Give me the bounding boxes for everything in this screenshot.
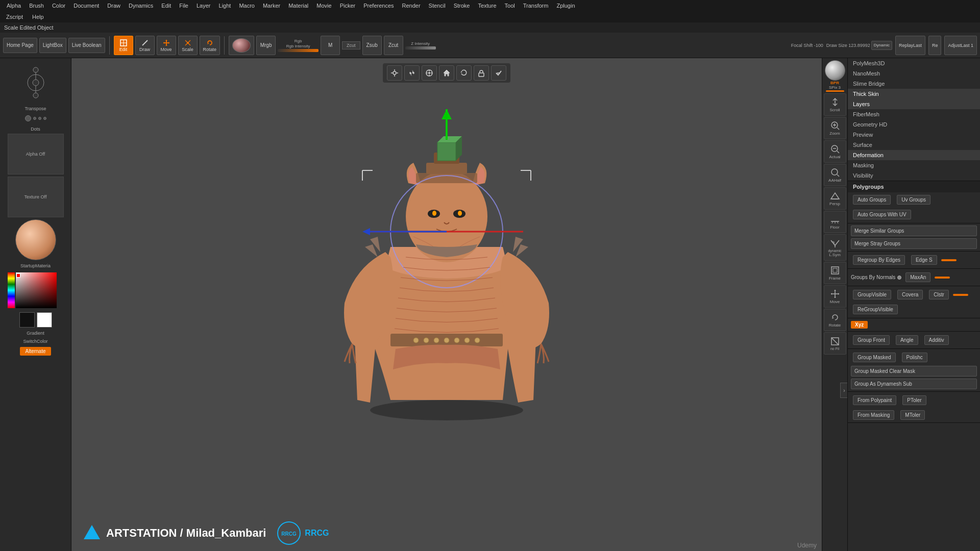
angle-btn[interactable]: Angle [896, 335, 918, 345]
polishc-btn[interactable]: Polishc [902, 353, 927, 362]
menu-document[interactable]: Document [70, 2, 103, 10]
color-picker[interactable] [8, 272, 64, 308]
btn-replay-last[interactable]: ReplayLast [895, 36, 925, 55]
rotate-icon-btn[interactable]: Rotate [824, 309, 846, 331]
menu-stencil[interactable]: Stencil [425, 2, 449, 10]
menu-movie[interactable]: Movie [313, 2, 335, 10]
btn-zsub[interactable]: Zsub [362, 36, 382, 55]
merge-stray-groups-btn[interactable]: Merge Stray Groups [851, 238, 977, 249]
visibility-item[interactable]: Visibility [848, 170, 980, 181]
menu-edit[interactable]: Edit [158, 2, 175, 10]
alpha-off-swatch[interactable]: Alpha Off [8, 134, 64, 174]
btn-adjust-last[interactable]: AdjustLast 1 [944, 36, 977, 55]
tab-lightbox[interactable]: LightBox [39, 38, 66, 53]
menu-brush[interactable]: Brush [26, 2, 47, 10]
xyz-btn[interactable]: Xyz [851, 321, 868, 329]
mtoler-btn[interactable]: MToler [900, 410, 925, 420]
canvas-check-btn[interactable] [491, 65, 506, 81]
regroup-by-edges-btn[interactable]: Regroup By Edges [853, 255, 905, 265]
uv-groups-btn[interactable]: Uv Groups [897, 195, 930, 205]
auto-groups-btn[interactable]: Auto Groups [853, 195, 891, 205]
tool-draw[interactable]: Draw [135, 36, 155, 55]
nanomesh-item[interactable]: NanoMesh [848, 68, 980, 79]
menu-picker[interactable]: Picker [336, 2, 359, 10]
menu-transform[interactable]: Transform [520, 2, 552, 10]
regroup-visible-btn[interactable]: ReGroupVisible [853, 305, 898, 314]
group-as-dynamesh-sub-btn[interactable]: Group As Dynamesh Sub [851, 379, 977, 389]
swatch-white[interactable] [37, 312, 52, 328]
menu-light[interactable]: Light [215, 2, 235, 10]
menu-zplugin[interactable]: Zplugin [553, 2, 578, 10]
from-masking-btn[interactable]: From Masking [853, 410, 894, 420]
btn-m[interactable]: M [321, 36, 340, 55]
ptoler-btn[interactable]: PToler [902, 395, 926, 405]
canvas-home-btn[interactable] [439, 65, 454, 81]
menu-alpha[interactable]: Alpha [3, 2, 24, 10]
deformation-item[interactable]: Deformation [848, 150, 980, 160]
menu-stroke[interactable]: Stroke [450, 2, 474, 10]
move-icon-btn[interactable]: Move [824, 285, 846, 308]
group-front-btn[interactable]: Group Front [853, 335, 890, 345]
tool-move[interactable]: Move [157, 36, 176, 55]
menu-preferences[interactable]: Preferences [360, 2, 397, 10]
texture-off-swatch[interactable]: Texture Off [8, 177, 64, 217]
material-sphere[interactable] [15, 219, 56, 260]
polymesh-item[interactable]: PolyMesh3D [848, 58, 980, 68]
canvas-settings-btn[interactable] [387, 65, 402, 81]
slime-bridge-item[interactable]: Slime Bridge [848, 79, 980, 89]
zoom-btn[interactable]: Zoom [824, 117, 846, 139]
nofil-btn[interactable]: no Fil [824, 332, 846, 355]
menu-texture[interactable]: Texture [474, 2, 500, 10]
tab-live-boolean[interactable]: Live Boolean [68, 38, 105, 53]
max-an-btn[interactable]: MaxAn [905, 272, 930, 282]
color-gradient[interactable] [16, 272, 57, 308]
fibermesh-item[interactable]: FiberMesh [848, 109, 980, 119]
btn-re[interactable]: Re [928, 36, 942, 55]
tool-rotate[interactable]: Rotate [200, 36, 220, 55]
persp-btn[interactable]: Persp [824, 187, 846, 210]
menu-material[interactable]: Material [285, 2, 312, 10]
menu-marker[interactable]: Marker [259, 2, 284, 10]
group-masked-btn[interactable]: Group Masked [853, 353, 896, 362]
auto-groups-uv-btn[interactable]: Auto Groups With UV [853, 210, 911, 219]
tool-edit[interactable]: Edit [114, 36, 133, 55]
polygroups-header[interactable]: Polygroups [848, 181, 980, 192]
masking-item[interactable]: Masking [848, 160, 980, 170]
bpr-sphere[interactable] [825, 60, 845, 81]
groups-normals-toggle[interactable] [897, 276, 901, 280]
aahalf-btn[interactable]: AAHalf [824, 164, 846, 186]
layers-item[interactable]: Layers [848, 99, 980, 109]
canvas-move-btn[interactable] [404, 65, 420, 81]
toolbar2-help[interactable]: Help [29, 13, 47, 21]
additiv-btn[interactable]: Additiv [924, 335, 949, 345]
menu-color[interactable]: Color [48, 2, 69, 10]
menu-layer[interactable]: Layer [193, 2, 214, 10]
hue-slider[interactable] [8, 272, 15, 308]
menu-render[interactable]: Render [399, 2, 424, 10]
from-polypaint-btn[interactable]: From Polypaint [853, 395, 896, 405]
floor-btn[interactable]: Floor [824, 211, 846, 233]
lsym-btn[interactable]: dynamic L.Sym [824, 234, 846, 261]
edge-s-btn[interactable]: Edge S [911, 255, 937, 265]
btn-dynamic[interactable]: Dynamic [871, 41, 892, 50]
surface-item[interactable]: Surface [848, 140, 980, 150]
menu-tool[interactable]: Tool [501, 2, 519, 10]
thick-skin-item[interactable]: Thick Skin [848, 89, 980, 99]
canvas-undo-btn[interactable] [456, 65, 472, 81]
clstr-btn[interactable]: Clstr [929, 290, 949, 299]
geometry-hd-item[interactable]: Geometry HD [848, 119, 980, 130]
brush-icon-btn[interactable] [229, 36, 254, 55]
btn-mrgb[interactable]: Mrgb [256, 36, 276, 55]
toolbar2-zscript[interactable]: Zscript [3, 13, 26, 21]
tool-scale[interactable]: Scale [178, 36, 198, 55]
menu-dynamics[interactable]: Dynamics [125, 2, 157, 10]
canvas-target-btn[interactable] [422, 65, 437, 81]
menu-file[interactable]: File [176, 2, 192, 10]
covera-btn[interactable]: Covera [897, 290, 923, 299]
preview-item[interactable]: Preview [848, 130, 980, 140]
group-masked-clear-mask-btn[interactable]: Group Masked Clear Mask [851, 366, 977, 377]
merge-similar-groups-btn[interactable]: Merge Similar Groups [851, 226, 977, 236]
canvas-lock-btn[interactable] [474, 65, 489, 81]
frame-btn[interactable]: Frame [824, 262, 846, 284]
actual-btn[interactable]: Actual [824, 140, 846, 163]
